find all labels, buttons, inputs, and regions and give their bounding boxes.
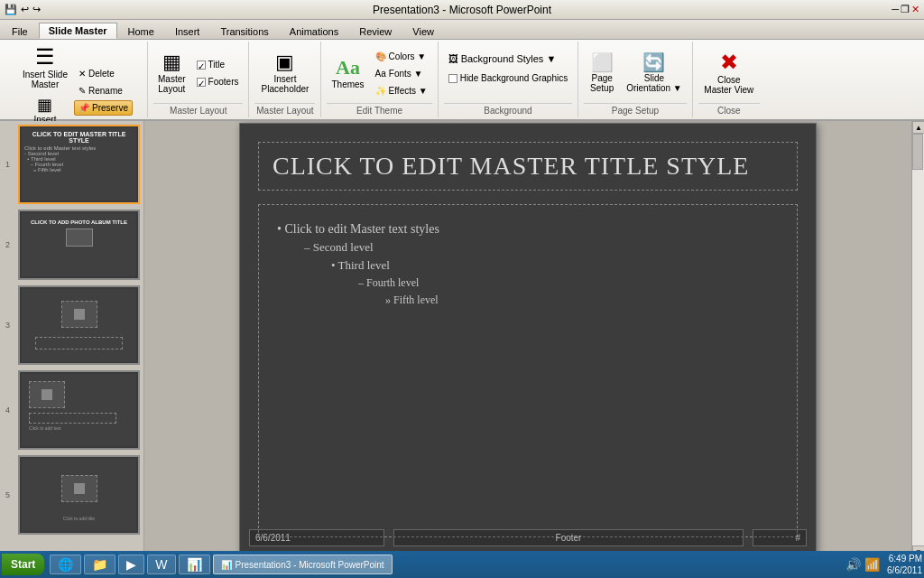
ribbon-tab-bar: File Slide Master Home Insert Transition… <box>0 20 924 40</box>
close-master-view-button[interactable]: ✖ CloseMaster View <box>699 49 758 98</box>
master-layout-label: Master Layout <box>153 103 243 116</box>
ribbon-group-background: 🖼 Background Styles ▼ Hide Background Gr… <box>439 42 579 117</box>
ribbon-group-master-layout: ▦ MasterLayout ✓ Title ✓ Footers Master … <box>148 42 249 117</box>
background-styles-button[interactable]: 🖼 Background Styles ▼ <box>444 51 573 67</box>
quick-access-toolbar[interactable]: 💾 ↩ ↪ <box>5 4 41 15</box>
effects-button[interactable]: ✨ Effects ▼ <box>371 83 432 98</box>
background-label: Background <box>444 103 573 116</box>
slide-thumb-3[interactable] <box>18 285 140 365</box>
ribbon-group-edit-theme: Aa Themes 🎨 Colors ▼ Aa Fonts ▼ ✨ Effect… <box>321 42 438 117</box>
slide-thumb-1[interactable]: CLICK TO EDIT MASTER TITLE STYLE Click t… <box>18 125 140 204</box>
slide-title-box[interactable]: CLICK TO EDIT MASTER TITLE STYLE <box>258 142 798 191</box>
page-setup-buttons: ⬜ PageSetup 🔄 SlideOrientation ▼ <box>584 43 687 103</box>
slide-thumb-wrapper-4: 4 Click to add text <box>18 370 140 450</box>
footer-text: Footer <box>393 529 744 546</box>
tab-home[interactable]: Home <box>118 23 164 39</box>
tab-insert[interactable]: Insert <box>165 23 210 39</box>
tab-file[interactable]: File <box>2 23 38 39</box>
close-btn[interactable]: ✕ <box>911 4 919 15</box>
taskbar-date: 6/6/2011 <box>887 564 922 576</box>
title-checkbox[interactable]: ✓ Title <box>192 57 244 72</box>
save-icon[interactable]: 💾 <box>5 4 17 15</box>
close-label: Close <box>698 103 760 116</box>
slide-content-box[interactable]: • Click to edit Master text styles – Sec… <box>258 204 798 537</box>
close-master-view-icon: ✖ <box>720 51 738 73</box>
taskbar: Start 🌐 📁 ▶ W 📊 📊 Presentation3 - Micros… <box>0 551 924 578</box>
slide-title-text: CLICK TO EDIT MASTER TITLE STYLE <box>273 152 783 181</box>
taskbar-ppt-btn[interactable]: 📊 <box>179 555 210 574</box>
slide-thumb-wrapper-2: 2 CLICK TO ADD PHOTO ALBUM TITLE <box>18 210 140 280</box>
footer-date: 6/6/2011 <box>249 529 384 546</box>
slide-thumb-5[interactable]: Click to add title <box>18 455 140 535</box>
taskbar-word-btn[interactable]: W <box>147 555 175 574</box>
taskbar-ie-btn[interactable]: 🌐 <box>50 555 81 574</box>
insert-slide-master-icon: ☰ <box>35 46 55 68</box>
slide-orientation-button[interactable]: 🔄 SlideOrientation ▼ <box>622 51 687 96</box>
delete-button[interactable]: ✕ Delete <box>74 66 133 81</box>
page-setup-button[interactable]: ⬜ PageSetup <box>584 51 620 96</box>
insert-placeholder-button[interactable]: ▣ InsertPlaceholder <box>257 50 314 97</box>
edit-theme-buttons: Aa Themes 🎨 Colors ▼ Aa Fonts ▼ ✨ Effect… <box>327 43 431 103</box>
slide-thumb-2[interactable]: CLICK TO ADD PHOTO ALBUM TITLE <box>18 210 140 280</box>
tab-review[interactable]: Review <box>349 23 402 39</box>
colors-button[interactable]: 🎨 Colors ▼ <box>371 49 432 64</box>
content-line-2: – Second level <box>277 240 779 255</box>
tab-transitions[interactable]: Transitions <box>210 23 278 39</box>
taskbar-clock[interactable]: 6:49 PM 6/6/2011 <box>887 553 922 576</box>
slide-footer-area: 6/6/2011 Footer # <box>249 529 807 546</box>
restore-btn[interactable]: ❐ <box>901 4 910 15</box>
taskbar-system-icons: 🔊 📶 <box>842 557 883 572</box>
slide-area: CLICK TO EDIT MASTER TITLE STYLE • Click… <box>144 121 911 558</box>
taskbar-ppt-label: Presentation3 - Microsoft PowerPoint <box>236 560 384 570</box>
preserve-button[interactable]: 📌 Preserve <box>74 100 133 116</box>
taskbar-media-btn[interactable]: ▶ <box>118 555 144 574</box>
slide-thumb-4[interactable]: Click to add text <box>18 370 140 450</box>
ribbon-group-edit-master: ☰ Insert SlideMaster ▦ InsertLayout ✕ De… <box>4 42 148 117</box>
window-controls[interactable]: ─ ❐ ✕ <box>892 4 919 15</box>
themes-icon: Aa <box>336 58 360 78</box>
vertical-scrollbar[interactable]: ▲ ▼ <box>911 121 924 558</box>
slide-thumb-wrapper-5: 5 Click to add title <box>18 455 140 535</box>
ribbon: ☰ Insert SlideMaster ▦ InsertLayout ✕ De… <box>0 40 924 121</box>
themes-button[interactable]: Aa Themes <box>327 55 368 92</box>
tab-slide-master[interactable]: Slide Master <box>39 23 117 39</box>
taskbar-network-icon[interactable]: 🔊 <box>845 557 861 572</box>
close-buttons: ✖ CloseMaster View <box>699 43 758 103</box>
undo-icon[interactable]: ↩ <box>21 4 29 15</box>
ribbon-group-page-setup: ⬜ PageSetup 🔄 SlideOrientation ▼ Page Se… <box>578 42 693 117</box>
slide-thumb-wrapper-3: 3 <box>18 285 140 365</box>
tab-view[interactable]: View <box>402 23 444 39</box>
taskbar-time: 6:49 PM <box>887 553 922 564</box>
ribbon-group-insert-placeholder: ▣ InsertPlaceholder Master Layout <box>249 42 321 117</box>
taskbar-ppt-active-btn[interactable]: 📊 Presentation3 - Microsoft PowerPoint <box>213 555 393 574</box>
slide-thumb-wrapper-1: 1 CLICK TO EDIT MASTER TITLE STYLE Click… <box>18 125 140 204</box>
insert-slide-master-button[interactable]: ☰ Insert SlideMaster <box>18 43 72 92</box>
hide-background-checkbox[interactable]: Hide Background Graphics <box>444 70 573 86</box>
slide-orientation-icon: 🔄 <box>642 53 665 71</box>
footer-page: # <box>753 529 807 546</box>
ribbon-group-close: ✖ CloseMaster View Close <box>693 42 765 117</box>
page-setup-icon: ⬜ <box>591 53 614 71</box>
scroll-track[interactable] <box>912 134 924 545</box>
insert-placeholder-label: Master Layout <box>254 103 315 116</box>
minimize-btn[interactable]: ─ <box>892 4 899 15</box>
content-line-5: » Fifth level <box>277 294 779 307</box>
start-button[interactable]: Start <box>2 554 44 575</box>
scroll-up-arrow[interactable]: ▲ <box>912 121 924 134</box>
slide-panel: 1 CLICK TO EDIT MASTER TITLE STYLE Click… <box>0 121 144 558</box>
slide-canvas[interactable]: CLICK TO EDIT MASTER TITLE STYLE • Click… <box>239 123 817 556</box>
main-area: 1 CLICK TO EDIT MASTER TITLE STYLE Click… <box>0 121 924 558</box>
master-layout-button[interactable]: ▦ MasterLayout <box>153 50 190 97</box>
redo-icon[interactable]: ↪ <box>32 4 41 15</box>
taskbar-explorer-btn[interactable]: 📁 <box>84 555 116 574</box>
taskbar-volume-icon[interactable]: 📶 <box>864 557 880 572</box>
footers-checkbox[interactable]: ✓ Footers <box>192 74 244 89</box>
content-line-3: • Third level <box>277 258 779 273</box>
scroll-thumb[interactable] <box>912 134 923 170</box>
content-line-4: – Fourth level <box>277 276 779 290</box>
window-title: Presentation3 - Microsoft PowerPoint <box>373 4 551 16</box>
fonts-button[interactable]: Aa Fonts ▼ <box>371 66 432 81</box>
master-layout-buttons: ▦ MasterLayout ✓ Title ✓ Footers <box>153 43 243 103</box>
tab-animations[interactable]: Animations <box>280 23 348 39</box>
rename-button[interactable]: ✎ Rename <box>74 83 133 98</box>
